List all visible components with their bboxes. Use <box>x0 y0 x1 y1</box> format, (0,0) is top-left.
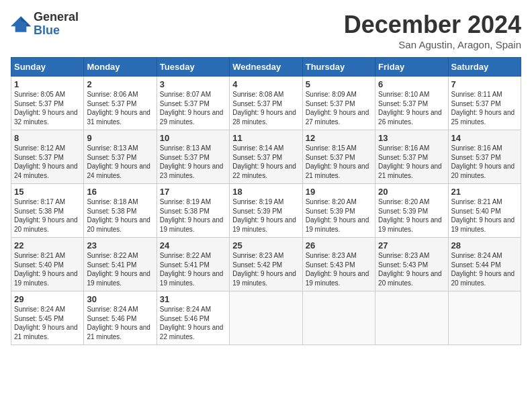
day-number: 23 <box>87 240 153 250</box>
logo-blue: Blue <box>34 24 79 38</box>
day-number: 2 <box>87 79 153 89</box>
cell-info: Sunrise: 8:20 AMSunset: 5:39 PMDaylight:… <box>306 198 369 233</box>
calendar-week-row: 1 Sunrise: 8:05 AMSunset: 5:37 PMDayligh… <box>11 77 521 130</box>
calendar-cell: 13 Sunrise: 8:16 AMSunset: 5:37 PMDaylig… <box>375 130 448 184</box>
day-number: 5 <box>306 79 372 89</box>
cell-info: Sunrise: 8:08 AMSunset: 5:37 PMDaylight:… <box>232 91 296 126</box>
cell-info: Sunrise: 8:20 AMSunset: 5:39 PMDaylight:… <box>378 198 442 233</box>
day-number: 27 <box>378 240 445 250</box>
day-number: 15 <box>14 187 81 197</box>
cell-info: Sunrise: 8:13 AMSunset: 5:37 PMDaylight:… <box>87 144 150 179</box>
cell-info: Sunrise: 8:21 AMSunset: 5:40 PMDaylight:… <box>451 198 515 233</box>
calendar-cell: 2 Sunrise: 8:06 AMSunset: 5:37 PMDayligh… <box>84 77 157 130</box>
cell-info: Sunrise: 8:22 AMSunset: 5:41 PMDaylight:… <box>87 252 150 287</box>
header: General Blue December 2024 San Agustin, … <box>11 11 521 50</box>
cell-info: Sunrise: 8:12 AMSunset: 5:37 PMDaylight:… <box>14 144 78 179</box>
calendar-cell: 14 Sunrise: 8:16 AMSunset: 5:37 PMDaylig… <box>448 130 521 184</box>
day-number: 16 <box>87 187 153 197</box>
day-header: Friday <box>375 58 448 77</box>
day-number: 30 <box>87 294 153 304</box>
calendar-cell: 5 Sunrise: 8:09 AMSunset: 5:37 PMDayligh… <box>302 77 375 130</box>
day-number: 3 <box>160 79 226 89</box>
calendar-cell: 28 Sunrise: 8:24 AMSunset: 5:44 PMDaylig… <box>448 238 521 291</box>
calendar-cell: 21 Sunrise: 8:21 AMSunset: 5:40 PMDaylig… <box>448 184 521 238</box>
day-number: 6 <box>378 79 445 89</box>
cell-info: Sunrise: 8:18 AMSunset: 5:38 PMDaylight:… <box>87 198 150 233</box>
calendar-cell: 24 Sunrise: 8:22 AMSunset: 5:41 PMDaylig… <box>157 238 229 291</box>
cell-info: Sunrise: 8:24 AMSunset: 5:46 PMDaylight:… <box>87 306 150 340</box>
cell-info: Sunrise: 8:24 AMSunset: 5:44 PMDaylight:… <box>451 252 515 287</box>
day-header: Tuesday <box>157 58 229 77</box>
calendar-cell <box>375 291 448 345</box>
calendar-cell: 20 Sunrise: 8:20 AMSunset: 5:39 PMDaylig… <box>375 184 448 238</box>
day-header: Saturday <box>448 58 521 77</box>
calendar-cell: 17 Sunrise: 8:19 AMSunset: 5:38 PMDaylig… <box>157 184 229 238</box>
day-number: 19 <box>306 187 372 197</box>
calendar-cell: 29 Sunrise: 8:24 AMSunset: 5:45 PMDaylig… <box>11 291 84 345</box>
calendar-cell: 25 Sunrise: 8:23 AMSunset: 5:42 PMDaylig… <box>230 238 302 291</box>
calendar-cell: 16 Sunrise: 8:18 AMSunset: 5:38 PMDaylig… <box>84 184 157 238</box>
cell-info: Sunrise: 8:19 AMSunset: 5:38 PMDaylight:… <box>160 198 224 233</box>
day-number: 24 <box>160 240 226 250</box>
title-block: December 2024 San Agustin, Aragon, Spain <box>344 11 521 50</box>
calendar-cell: 1 Sunrise: 8:05 AMSunset: 5:37 PMDayligh… <box>11 77 84 130</box>
day-number: 25 <box>232 240 299 250</box>
calendar-cell: 22 Sunrise: 8:21 AMSunset: 5:40 PMDaylig… <box>11 238 84 291</box>
logo-icon <box>11 15 31 34</box>
calendar-cell: 15 Sunrise: 8:17 AMSunset: 5:38 PMDaylig… <box>11 184 84 238</box>
cell-info: Sunrise: 8:21 AMSunset: 5:40 PMDaylight:… <box>14 252 78 287</box>
cell-info: Sunrise: 8:23 AMSunset: 5:43 PMDaylight:… <box>306 252 369 287</box>
day-number: 12 <box>306 133 372 143</box>
calendar-cell: 23 Sunrise: 8:22 AMSunset: 5:41 PMDaylig… <box>84 238 157 291</box>
cell-info: Sunrise: 8:11 AMSunset: 5:37 PMDaylight:… <box>451 91 515 126</box>
day-number: 20 <box>378 187 445 197</box>
logo-text: General Blue <box>34 11 79 38</box>
calendar-cell: 19 Sunrise: 8:20 AMSunset: 5:39 PMDaylig… <box>302 184 375 238</box>
cell-info: Sunrise: 8:07 AMSunset: 5:37 PMDaylight:… <box>160 91 224 126</box>
day-header: Sunday <box>11 58 84 77</box>
calendar-table: SundayMondayTuesdayWednesdayThursdayFrid… <box>11 57 521 345</box>
cell-info: Sunrise: 8:19 AMSunset: 5:39 PMDaylight:… <box>232 198 296 233</box>
day-number: 28 <box>451 240 518 250</box>
calendar-cell: 31 Sunrise: 8:24 AMSunset: 5:46 PMDaylig… <box>157 291 229 345</box>
cell-info: Sunrise: 8:15 AMSunset: 5:37 PMDaylight:… <box>306 144 369 179</box>
location: San Agustin, Aragon, Spain <box>344 39 521 50</box>
calendar-cell: 4 Sunrise: 8:08 AMSunset: 5:37 PMDayligh… <box>230 77 302 130</box>
day-number: 13 <box>378 133 445 143</box>
day-number: 11 <box>232 133 299 143</box>
day-number: 10 <box>160 133 226 143</box>
day-number: 26 <box>306 240 372 250</box>
calendar-cell: 8 Sunrise: 8:12 AMSunset: 5:37 PMDayligh… <box>11 130 84 184</box>
calendar-cell: 18 Sunrise: 8:19 AMSunset: 5:39 PMDaylig… <box>230 184 302 238</box>
day-number: 29 <box>14 294 81 304</box>
calendar-cell: 11 Sunrise: 8:14 AMSunset: 5:37 PMDaylig… <box>230 130 302 184</box>
calendar-cell <box>448 291 521 345</box>
day-number: 18 <box>232 187 299 197</box>
calendar-cell: 12 Sunrise: 8:15 AMSunset: 5:37 PMDaylig… <box>302 130 375 184</box>
cell-info: Sunrise: 8:16 AMSunset: 5:37 PMDaylight:… <box>451 144 515 179</box>
calendar-cell: 27 Sunrise: 8:23 AMSunset: 5:43 PMDaylig… <box>375 238 448 291</box>
logo: General Blue <box>11 11 79 38</box>
cell-info: Sunrise: 8:16 AMSunset: 5:37 PMDaylight:… <box>378 144 442 179</box>
day-header: Monday <box>84 58 157 77</box>
cell-info: Sunrise: 8:24 AMSunset: 5:45 PMDaylight:… <box>14 306 78 340</box>
cell-info: Sunrise: 8:17 AMSunset: 5:38 PMDaylight:… <box>14 198 78 233</box>
calendar-cell <box>230 291 302 345</box>
calendar-cell <box>302 291 375 345</box>
cell-info: Sunrise: 8:23 AMSunset: 5:42 PMDaylight:… <box>232 252 296 287</box>
day-number: 7 <box>451 79 518 89</box>
logo-general: General <box>34 11 79 24</box>
day-number: 21 <box>451 187 518 197</box>
day-number: 14 <box>451 133 518 143</box>
day-number: 1 <box>14 79 81 89</box>
calendar-cell: 3 Sunrise: 8:07 AMSunset: 5:37 PMDayligh… <box>157 77 229 130</box>
cell-info: Sunrise: 8:24 AMSunset: 5:46 PMDaylight:… <box>160 306 224 340</box>
day-number: 8 <box>14 133 81 143</box>
calendar-cell: 10 Sunrise: 8:13 AMSunset: 5:37 PMDaylig… <box>157 130 229 184</box>
cell-info: Sunrise: 8:22 AMSunset: 5:41 PMDaylight:… <box>160 252 224 287</box>
cell-info: Sunrise: 8:13 AMSunset: 5:37 PMDaylight:… <box>160 144 224 179</box>
cell-info: Sunrise: 8:14 AMSunset: 5:37 PMDaylight:… <box>232 144 296 179</box>
day-header: Wednesday <box>230 58 302 77</box>
day-number: 17 <box>160 187 226 197</box>
cell-info: Sunrise: 8:10 AMSunset: 5:37 PMDaylight:… <box>378 91 442 126</box>
